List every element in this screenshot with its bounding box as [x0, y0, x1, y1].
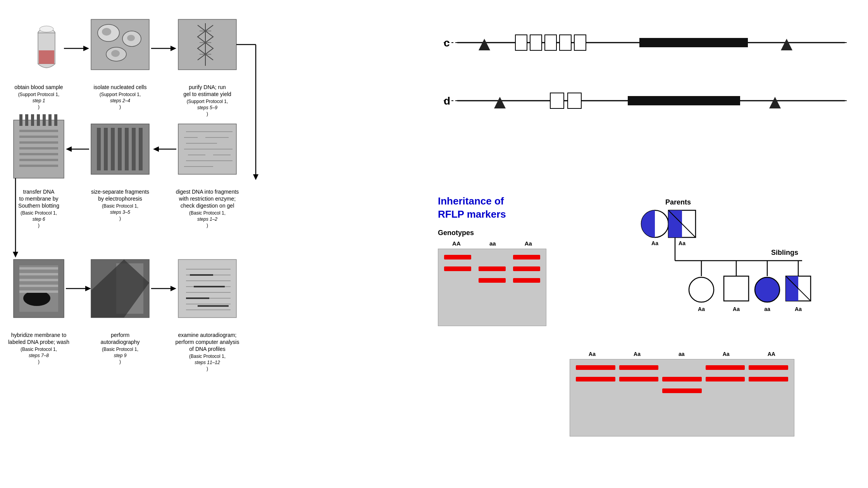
svg-rect-55 [19, 141, 58, 144]
r-genotype-5: AA [768, 351, 775, 357]
right-gel-box [570, 359, 794, 436]
svg-rect-69 [19, 290, 58, 293]
right-panel: c d [426, 0, 868, 488]
svg-rect-57 [19, 153, 58, 155]
step4-label3: check digestion on gel [181, 203, 234, 209]
left-gel-genotypes: AA aa Aa [438, 240, 546, 247]
step4-close: ) [207, 223, 208, 228]
r-genotype-4: Aa [723, 351, 730, 357]
inheritance-left: Inheritance of RFLP markers Genotypes AA… [438, 195, 546, 436]
step2-sublabel: (Support Protocol 1, [100, 92, 141, 97]
flow-diagram: obtain blood sample (Support Protocol 1,… [8, 12, 418, 484]
r-genotype-1: Aa [589, 351, 596, 357]
svg-marker-76 [170, 286, 176, 291]
left-gel-section: Genotypes AA aa Aa [438, 229, 546, 326]
svg-rect-98 [560, 35, 571, 50]
svg-rect-95 [515, 35, 527, 50]
inheritance-section: Inheritance of RFLP markers Genotypes AA… [438, 195, 856, 436]
svg-rect-47 [25, 114, 28, 126]
svg-rect-41 [132, 128, 136, 170]
genotype-aa2-label: aa [489, 240, 496, 247]
r-genotype-2: Aa [634, 351, 641, 357]
svg-rect-40 [125, 128, 129, 170]
svg-point-121 [755, 277, 780, 302]
svg-rect-37 [104, 128, 108, 170]
svg-rect-77 [178, 259, 236, 318]
step6-label1: transfer DNA [23, 189, 55, 195]
svg-rect-124 [786, 276, 798, 301]
svg-rect-66 [19, 273, 58, 275]
svg-rect-46 [19, 114, 22, 126]
step9-sublabel: (Basic Protocol 1, [189, 354, 226, 359]
step8-sublabel: (Basic Protocol 1, [102, 347, 138, 352]
svg-point-12 [111, 50, 120, 57]
right-gel-section: Aa Aa aa Aa AA [570, 351, 856, 436]
step8-step: step 9 [114, 353, 127, 358]
step9-label2: perform computer analysis [176, 339, 239, 345]
svg-rect-48 [31, 114, 34, 126]
svg-point-10 [127, 35, 135, 41]
step6-label3: Southern blotting [18, 203, 59, 209]
svg-rect-68 [19, 285, 58, 287]
step3-label2: gel to estimate yield [183, 91, 231, 97]
svg-rect-107 [568, 93, 581, 108]
svg-marker-94 [781, 39, 792, 50]
step7-label1: hybridize membrane to [11, 332, 67, 338]
svg-marker-34 [153, 146, 159, 152]
parents-label: Parents [665, 198, 691, 206]
step4-label1: digest DNA into fragments [176, 189, 239, 195]
svg-rect-106 [550, 93, 564, 108]
step5-close: ) [119, 216, 121, 221]
step1-close: ) [38, 104, 40, 110]
svg-rect-96 [530, 35, 542, 50]
step7-step: steps 7–8 [29, 353, 49, 358]
step7-label2: labeled DNA probe; wash [8, 339, 69, 345]
step3-step: steps 5–9 [197, 105, 217, 110]
svg-rect-56 [19, 147, 58, 149]
svg-rect-67 [19, 279, 58, 281]
step8-label1: perform [111, 332, 129, 338]
svg-rect-39 [118, 128, 122, 170]
svg-rect-108 [628, 96, 740, 105]
step3-close: ) [207, 111, 208, 117]
svg-rect-36 [97, 128, 101, 170]
svg-rect-6 [91, 19, 149, 70]
step1-label: obtain blood sample [14, 84, 63, 90]
svg-marker-22 [253, 174, 258, 180]
svg-rect-42 [139, 128, 143, 170]
svg-marker-71 [85, 286, 91, 291]
step2-close: ) [119, 104, 121, 110]
inheritance-title-line2: RFLP markers [438, 208, 546, 221]
r-genotype-3: aa [679, 351, 685, 357]
svg-rect-53 [19, 130, 58, 132]
step6-close: ) [38, 223, 40, 228]
svg-rect-99 [574, 35, 586, 50]
svg-marker-61 [13, 252, 18, 258]
svg-marker-93 [479, 39, 490, 50]
svg-rect-51 [48, 114, 52, 126]
step5-step: steps 3–5 [110, 210, 130, 215]
svg-point-3 [40, 26, 53, 32]
child4-genotype: Aa [795, 306, 802, 312]
step8-label2: autoradiography [100, 339, 140, 345]
svg-rect-111 [668, 210, 682, 237]
step6-step: step 6 [33, 217, 45, 222]
svg-rect-15 [178, 19, 236, 70]
step3-sublabel: (Support Protocol 1, [187, 99, 228, 104]
svg-rect-100 [639, 38, 748, 47]
siblings-label: Siblings [771, 249, 798, 256]
svg-rect-54 [19, 136, 58, 138]
step5-sublabel: (Basic Protocol 1, [102, 203, 138, 209]
step1-step: step 1 [33, 98, 45, 103]
main-container: obtain blood sample (Support Protocol 1,… [0, 0, 868, 488]
svg-rect-97 [545, 35, 556, 50]
svg-marker-44 [66, 146, 72, 152]
svg-marker-104 [494, 97, 506, 108]
inheritance-title: Inheritance of RFLP markers [438, 195, 546, 221]
step6-sublabel: (Basic Protocol 1, [21, 210, 57, 216]
pedigree-diagram: Parents Siblings [570, 195, 833, 357]
step7-sublabel: (Basic Protocol 1, [21, 347, 57, 352]
svg-rect-38 [111, 128, 115, 170]
svg-rect-58 [19, 159, 58, 161]
chromosome-diagrams: c d [438, 15, 849, 190]
